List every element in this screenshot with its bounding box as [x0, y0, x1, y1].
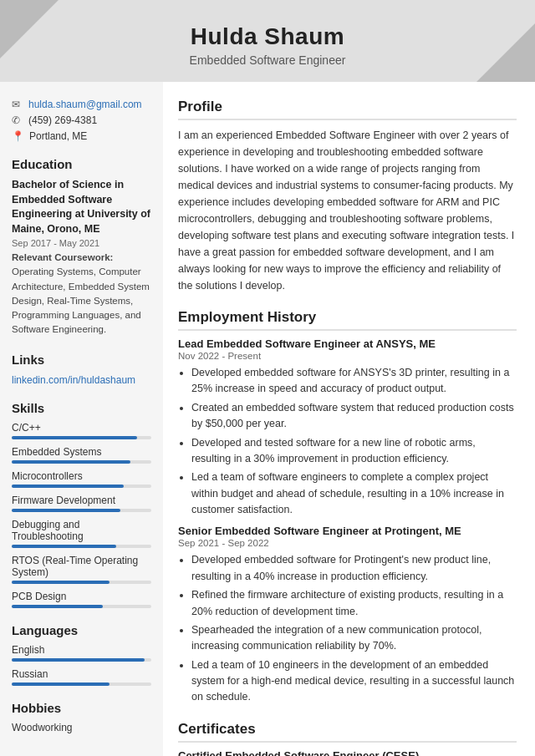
- hobbies-text: Woodworking: [12, 722, 151, 733]
- job-bullet: Led a team of 10 engineers in the develo…: [191, 657, 517, 706]
- skill-name: C/C++: [12, 422, 151, 434]
- linkedin-link-item: linkedin.com/in/huldashaum: [12, 373, 151, 386]
- skill-name: RTOS (Real-Time Operating System): [12, 555, 151, 578]
- hobbies-title: Hobbies: [12, 701, 151, 715]
- skill-bar-bg: [12, 436, 151, 439]
- sidebar: ✉ hulda.shaum@gmail.com ✆ (459) 269-4381…: [0, 82, 163, 756]
- skill-bar-bg: [12, 509, 151, 512]
- skill-bar-fill: [12, 545, 116, 548]
- job-bullet: Created an embedded software system that…: [191, 400, 517, 433]
- job-bullet: Led a team of software engineers to comp…: [191, 469, 517, 518]
- language-bar-fill: [12, 682, 110, 686]
- job-bullet: Spearheaded the integration of a new com…: [191, 622, 517, 655]
- skill-bar-fill: [12, 460, 130, 464]
- edu-courses: Relevant Coursework: Operating Systems, …: [12, 251, 151, 337]
- phone-text: (459) 269-4381: [28, 114, 97, 126]
- profile-text: I am an experienced Embedded Software En…: [178, 127, 517, 294]
- language-item: English: [12, 644, 151, 662]
- linkedin-link[interactable]: linkedin.com/in/huldashaum: [12, 374, 135, 386]
- location-text: Portland, ME: [29, 130, 87, 142]
- skill-bar-fill: [12, 509, 120, 512]
- language-bar-bg: [12, 682, 151, 686]
- profile-title: Profile: [178, 99, 517, 120]
- skill-item: Firmware Development: [12, 495, 151, 512]
- language-bar-bg: [12, 658, 151, 662]
- skill-item: Microcontrollers: [12, 470, 151, 488]
- certificates-section: Certificates Certified Embedded Software…: [178, 721, 517, 756]
- edu-date: Sep 2017 - May 2021: [12, 238, 151, 248]
- email-link[interactable]: hulda.shaum@gmail.com: [28, 99, 142, 110]
- edu-degree: Bachelor of Science in Embedded Software…: [12, 178, 151, 236]
- languages-title: Languages: [12, 623, 151, 637]
- skill-name: Embedded Systems: [12, 446, 151, 458]
- job-entry: Lead Embedded Software Engineer at ANSYS…: [178, 337, 517, 518]
- language-name: English: [12, 644, 151, 656]
- job-date: Nov 2022 - Present: [178, 351, 517, 361]
- profile-section: Profile I am an experienced Embedded Sof…: [178, 99, 517, 294]
- main-content: Profile I am an experienced Embedded Sof…: [163, 82, 535, 756]
- location-item: 📍 Portland, ME: [12, 130, 151, 142]
- skills-section: Skills C/C++ Embedded Systems Microcontr…: [12, 401, 151, 608]
- certs-list: Certified Embedded Software Engineer (CE…: [178, 749, 517, 756]
- skill-name: Firmware Development: [12, 495, 151, 506]
- skills-title: Skills: [12, 401, 151, 415]
- jobs-list: Lead Embedded Software Engineer at ANSYS…: [178, 337, 517, 706]
- contact-section: ✉ hulda.shaum@gmail.com ✆ (459) 269-4381…: [12, 99, 151, 142]
- skill-name: PCB Design: [12, 591, 151, 602]
- cert-name: Certified Embedded Software Engineer (CE…: [178, 749, 517, 756]
- skill-bar-fill: [12, 436, 137, 439]
- courses-text: Operating Systems, Computer Architecture…: [12, 266, 150, 334]
- skill-bar-bg: [12, 485, 151, 488]
- employment-section: Employment History Lead Embedded Softwar…: [178, 309, 517, 706]
- main-layout: ✉ hulda.shaum@gmail.com ✆ (459) 269-4381…: [0, 82, 535, 756]
- job-bullets: Developed embedded software for ANSYS's …: [178, 365, 517, 518]
- certificates-title: Certificates: [178, 721, 517, 743]
- language-bar-fill: [12, 658, 145, 662]
- skills-list: C/C++ Embedded Systems Microcontrollers …: [12, 422, 151, 608]
- skill-item: Embedded Systems: [12, 446, 151, 464]
- education-title: Education: [12, 157, 151, 171]
- cert-entry: Certified Embedded Software Engineer (CE…: [178, 749, 517, 756]
- skill-item: C/C++: [12, 422, 151, 439]
- job-title: Lead Embedded Software Engineer at ANSYS…: [178, 337, 517, 350]
- links-title: Links: [12, 353, 151, 367]
- education-section: Education Bachelor of Science in Embedde…: [12, 157, 151, 337]
- skill-bar-bg: [12, 605, 151, 608]
- job-bullet: Developed embedded software for ANSYS's …: [191, 365, 517, 398]
- languages-section: Languages English Russian: [12, 623, 151, 686]
- skill-item: PCB Design: [12, 591, 151, 608]
- phone-item: ✆ (459) 269-4381: [12, 114, 151, 126]
- email-icon: ✉: [12, 99, 23, 110]
- job-bullets: Developed embedded software for Protinge…: [178, 552, 517, 705]
- skill-bar-bg: [12, 545, 151, 548]
- job-bullet: Developed embedded software for Protinge…: [191, 552, 517, 585]
- skill-item: RTOS (Real-Time Operating System): [12, 555, 151, 584]
- job-title: Senior Embedded Software Engineer at Pro…: [178, 525, 517, 537]
- job-bullet: Developed and tested software for a new …: [191, 435, 517, 468]
- job-date: Sep 2021 - Sep 2022: [178, 538, 517, 548]
- skill-name: Microcontrollers: [12, 470, 151, 482]
- hobbies-section: Hobbies Woodworking: [12, 701, 151, 733]
- employment-title: Employment History: [178, 309, 517, 331]
- skill-bar-fill: [12, 605, 103, 608]
- skill-bar-fill: [12, 581, 110, 584]
- language-item: Russian: [12, 668, 151, 686]
- language-name: Russian: [12, 668, 151, 680]
- skill-name: Debugging and Troubleshooting: [12, 519, 151, 542]
- job-bullet: Refined the firmware architecture of exi…: [191, 587, 517, 620]
- skill-bar-bg: [12, 460, 151, 464]
- links-section: Links linkedin.com/in/huldashaum: [12, 353, 151, 386]
- skill-item: Debugging and Troubleshooting: [12, 519, 151, 548]
- job-entry: Senior Embedded Software Engineer at Pro…: [178, 525, 517, 705]
- candidate-name: Hulda Shaum: [17, 23, 518, 50]
- email-item: ✉ hulda.shaum@gmail.com: [12, 99, 151, 110]
- languages-list: English Russian: [12, 644, 151, 686]
- resume-header: Hulda Shaum Embedded Software Engineer: [0, 0, 535, 82]
- skill-bar-bg: [12, 581, 151, 584]
- candidate-title: Embedded Software Engineer: [17, 53, 518, 67]
- courses-label: Relevant Coursework:: [12, 252, 113, 262]
- skill-bar-fill: [12, 485, 124, 488]
- location-icon: 📍: [12, 130, 24, 142]
- phone-icon: ✆: [12, 114, 23, 126]
